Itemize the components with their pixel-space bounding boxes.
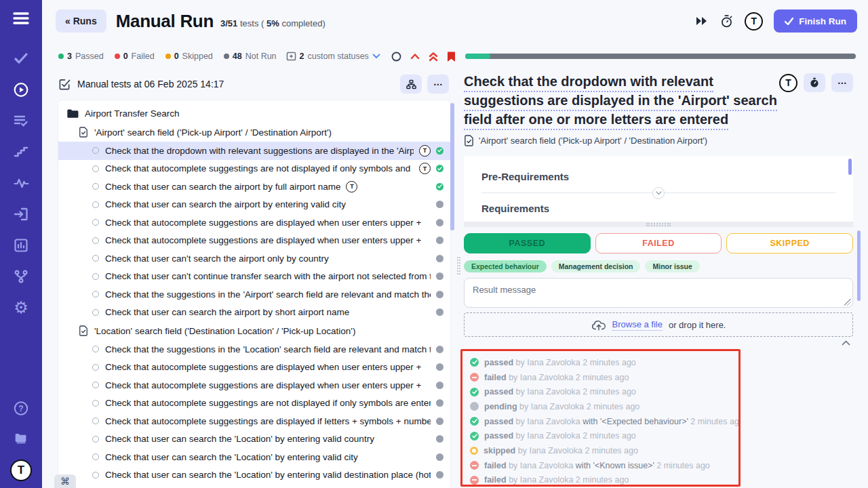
history-entry[interactable]: failed by Iana Zavoloka 2 minutes ago: [470, 370, 738, 385]
status-dot-icon: [165, 54, 171, 59]
custom-statuses-toggle[interactable]: 2 custom statuses: [286, 52, 380, 61]
priority-blocker-icon[interactable]: [447, 51, 456, 62]
documents-icon[interactable]: [13, 430, 29, 446]
tree-test-row[interactable]: Check that autocomplete suggestings are …: [58, 394, 450, 413]
test-bullet-icon: [92, 291, 99, 298]
collapse-section-toggle[interactable]: [652, 187, 665, 199]
tree-test-row[interactable]: Check that user can search the 'Location…: [58, 466, 450, 485]
tree-test-row[interactable]: Check that autocomplete suggestings are …: [58, 412, 450, 430]
test-bullet-icon: [92, 201, 99, 208]
test-timer-button[interactable]: [804, 73, 825, 92]
status-counts: 3Passed0Failed0Skipped48Not Run: [58, 52, 277, 61]
tree-test-row[interactable]: Check that the dropdown with relevant su…: [58, 142, 450, 160]
test-bullet-icon: [92, 147, 99, 154]
test-more-button[interactable]: ⋯: [831, 73, 853, 92]
steps-icon[interactable]: [13, 144, 29, 160]
tree-test-row[interactable]: Check that user can't continue transfer …: [58, 268, 450, 286]
tag-minor-issue[interactable]: Minor issue: [645, 260, 699, 272]
test-breadcrumb[interactable]: 'Airport' search field ('Pick-up Airport…: [464, 135, 863, 146]
branches-icon[interactable]: [13, 268, 29, 285]
history-entry[interactable]: passed by Iana Zavoloka 2 minutes ago: [470, 384, 738, 399]
folder-icon: [66, 108, 79, 119]
back-to-runs-button[interactable]: « Runs: [56, 9, 106, 33]
requirements-heading: Requirements: [481, 203, 835, 214]
test-label: Check that autocomplete suggestings are …: [105, 416, 431, 426]
tree-test-row[interactable]: Check that autocomplete suggestings are …: [58, 160, 450, 178]
test-bullet-icon: [92, 219, 99, 226]
failed-button[interactable]: FAILED: [595, 233, 722, 253]
chevron-up-icon[interactable]: [842, 340, 850, 346]
passed-button[interactable]: PASSED: [464, 233, 591, 253]
plans-list-check-icon[interactable]: [13, 113, 29, 129]
tree-test-row[interactable]: Check that user can't search the airport…: [58, 249, 450, 268]
runs-play-icon[interactable]: [13, 81, 29, 98]
import-icon[interactable]: [13, 206, 29, 222]
tree-test-row[interactable]: Check that autocomplete suggestions are …: [58, 376, 450, 394]
tests-check-icon[interactable]: [13, 50, 29, 66]
tree-test-row[interactable]: Check that user can search the 'Location…: [58, 430, 450, 449]
history-entry[interactable]: passed by Iana Zavoloka 2 minutes ago: [470, 355, 738, 370]
grip-dots-icon: [646, 223, 671, 226]
reports-chart-icon[interactable]: [13, 237, 29, 253]
tree-test-row[interactable]: Check that autocomplete suggestions are …: [58, 359, 450, 377]
skipped-button[interactable]: SKIPPED: [726, 233, 853, 253]
run-progress-meta: 3/51 tests ( 5% completed): [220, 18, 326, 28]
timer-icon[interactable]: [719, 14, 734, 28]
tree-suite-row[interactable]: 'Location' search field ('Destination Lo…: [58, 321, 450, 340]
passed-status-icon: [436, 165, 443, 172]
priority-normal-icon[interactable]: [391, 52, 401, 62]
result-message-input[interactable]: Result message: [464, 278, 853, 308]
file-dropzone[interactable]: Browse a file or drop it here.: [464, 312, 853, 337]
history-entry[interactable]: failed by Iana Zavoloka 2 minutes ago: [470, 473, 738, 487]
history-entry[interactable]: passed by Iana Zavoloka with '<Expected …: [470, 414, 738, 429]
tree-test-row[interactable]: Check that autocomplete suggestions are …: [58, 214, 450, 232]
resize-grip[interactable]: [464, 222, 853, 227]
testomat-logo[interactable]: T: [10, 460, 32, 481]
tree-test-row[interactable]: Check that user can search the airport b…: [58, 304, 450, 322]
tree-folder-row[interactable]: Airport Transfer Search: [58, 104, 450, 123]
tree-more-button[interactable]: ⋯: [427, 75, 449, 94]
tree-test-row[interactable]: Check that user can search the airport b…: [58, 196, 450, 214]
notrun-status-icon: [436, 363, 443, 371]
fast-forward-icon[interactable]: [695, 16, 709, 26]
tree-test-row[interactable]: Check that autocomplete suggestings are …: [58, 484, 450, 488]
help-icon[interactable]: ?: [13, 400, 29, 416]
tree-suite-row[interactable]: 'Airport' search field ('Pick-up Airport…: [58, 123, 450, 142]
pulse-icon[interactable]: [13, 175, 29, 191]
tree-test-row[interactable]: Check that the suggestions in the 'Locat…: [58, 340, 450, 359]
tag-expected-behaviour[interactable]: Expected behaviour: [464, 260, 547, 272]
tag-management-decision[interactable]: Management decision: [551, 260, 641, 272]
detail-scrollbar-thumb[interactable]: [857, 230, 861, 301]
history-entry[interactable]: passed by Iana Zavoloka 2 minutes ago: [470, 428, 738, 443]
history-entry[interactable]: failed by Iana Zavoloka with '<Known iss…: [470, 458, 738, 473]
hierarchy-icon: [406, 79, 416, 89]
test-title[interactable]: Check that the dropdown with relevant su…: [464, 72, 779, 129]
project-logo[interactable]: T: [745, 12, 763, 30]
resize-handle[interactable]: [844, 299, 851, 306]
test-label: Check that user can't continue transfer …: [105, 271, 431, 281]
history-entry[interactable]: pending by Iana Zavoloka 2 minutes ago: [470, 399, 738, 414]
tree-view-button[interactable]: [400, 75, 422, 94]
test-bullet-icon: [92, 309, 99, 316]
notrun-status-icon: [436, 418, 443, 425]
menu-icon[interactable]: [12, 11, 30, 26]
command-shortcut-badge[interactable]: ⌘: [54, 474, 76, 488]
tree-test-row[interactable]: Check that user can search the airport b…: [58, 178, 450, 196]
notrun-status-icon: [436, 308, 443, 316]
cloud-upload-icon: [591, 319, 606, 331]
splitter-grip-icon: [457, 257, 460, 274]
tree-test-row[interactable]: Check that autocomplete suggestions are …: [58, 232, 450, 250]
tree-test-row[interactable]: Check that the suggestions in the 'Airpo…: [58, 285, 450, 304]
priority-critical-icon[interactable]: [429, 52, 438, 62]
test-logo-badge[interactable]: T: [779, 74, 797, 92]
finish-run-button[interactable]: Finish Run: [774, 9, 857, 33]
card-scrollbar-thumb[interactable]: [848, 159, 852, 175]
history-passed-icon: [470, 358, 479, 367]
test-label: Check that autocomplete suggestions are …: [105, 235, 421, 245]
requirements-card: Pre-Requirements Requirements: [464, 156, 853, 222]
tree-test-row[interactable]: Check that user can search the 'Location…: [58, 448, 450, 466]
priority-high-icon[interactable]: [410, 53, 420, 60]
settings-gear-icon[interactable]: ⚙: [13, 300, 29, 316]
history-entry[interactable]: skipped by Iana Zavoloka 2 minutes ago: [470, 443, 738, 458]
browse-file-link[interactable]: Browse a file: [612, 319, 663, 331]
